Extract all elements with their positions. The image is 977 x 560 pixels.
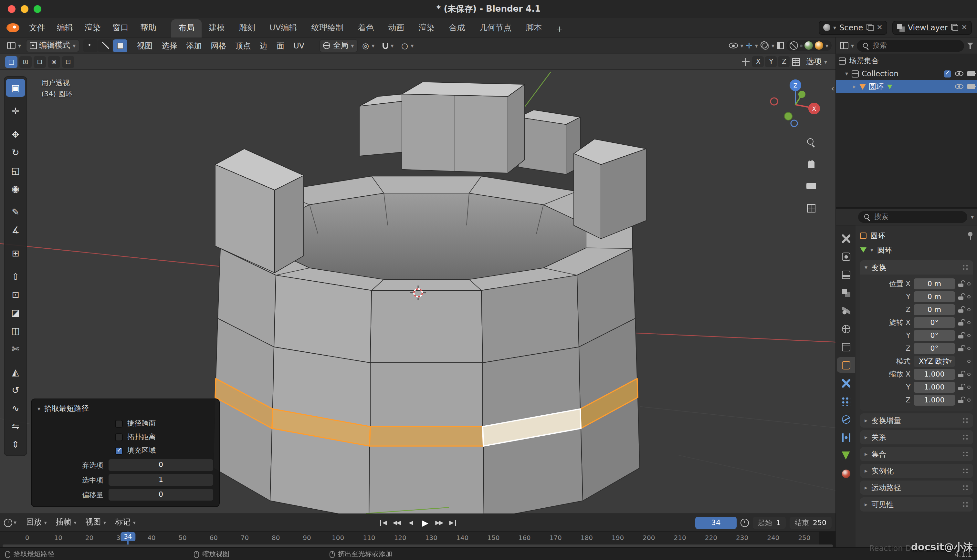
- keyframe-dot-icon[interactable]: [967, 308, 970, 311]
- world[interactable]: [837, 321, 855, 337]
- object-data-row[interactable]: ▾ 圆环: [860, 243, 973, 257]
- mirror-icon[interactable]: [742, 58, 750, 65]
- operator-panel-header[interactable]: ▾ 拾取最短路径: [37, 404, 213, 413]
- tool-loop-cut[interactable]: ◫: [6, 322, 25, 340]
- mode-dropdown[interactable]: 编辑模式 ▾: [25, 39, 80, 52]
- visibility-eye-icon[interactable]: [729, 43, 738, 48]
- timeline-menu[interactable]: 视图 ▾: [81, 515, 110, 530]
- collection[interactable]: [837, 339, 855, 355]
- lock-open-icon[interactable]: [958, 384, 964, 390]
- timeline-scrollbar[interactable]: [3, 545, 833, 547]
- scene-selector[interactable]: ▾ Scene ✕: [819, 20, 887, 35]
- timeline-editor-icon[interactable]: [4, 518, 12, 527]
- disclosure-icon[interactable]: ▾: [845, 70, 848, 77]
- tool-measure[interactable]: ∡: [6, 221, 25, 239]
- select-set-invert[interactable]: ⊠: [48, 56, 60, 67]
- snap-target-icon[interactable]: [792, 58, 800, 65]
- rendered-shading-button[interactable]: [815, 41, 824, 50]
- tool-inset-faces[interactable]: ⊡: [6, 285, 25, 303]
- lock-open-icon[interactable]: [958, 319, 964, 325]
- viewport-menu[interactable]: 边: [255, 39, 272, 52]
- keyframe-dot-icon[interactable]: [967, 360, 970, 363]
- output[interactable]: [837, 267, 855, 282]
- viewport-menu[interactable]: UV: [289, 39, 309, 52]
- collection-checkbox[interactable]: [944, 70, 951, 77]
- tool-scale[interactable]: ◱: [6, 162, 25, 180]
- workspace-tab[interactable]: 雕刻: [232, 19, 262, 37]
- jump-to-start[interactable]: ❙◀: [376, 516, 388, 529]
- properties-search-input[interactable]: 搜索: [858, 211, 968, 223]
- transform-section-header[interactable]: ▾ 变换: [860, 260, 973, 275]
- workspace-tab[interactable]: 着色: [350, 19, 381, 37]
- tool-poly-build[interactable]: ◭: [6, 363, 25, 381]
- tool-rotate[interactable]: ↻: [6, 143, 25, 162]
- frame-start-field[interactable]: 起始 1: [753, 517, 786, 529]
- transform-value-field[interactable]: 0 m: [914, 278, 955, 289]
- tool-select-box[interactable]: ▣: [6, 79, 25, 97]
- operator-checkbox[interactable]: 捷径跨面: [115, 418, 213, 428]
- close-viewlayer-icon[interactable]: ✕: [962, 23, 967, 32]
- snap-button[interactable]: ▾: [379, 39, 397, 52]
- gizmos-toggle-icon[interactable]: ✛: [746, 41, 752, 50]
- pan-button[interactable]: [803, 156, 819, 172]
- data-name-field[interactable]: 圆环: [877, 245, 892, 255]
- collapsed-section[interactable]: ▸ 变换增量: [860, 413, 973, 428]
- transform-value-field[interactable]: 0°: [914, 317, 955, 328]
- object[interactable]: [837, 357, 855, 373]
- overlays-toggle-icon[interactable]: [760, 41, 769, 50]
- transform-orientation-dropdown[interactable]: 全局 ▾: [319, 39, 358, 52]
- pin-icon[interactable]: [967, 232, 973, 240]
- workspace-tab[interactable]: 脚本: [519, 19, 549, 37]
- operator-checkbox[interactable]: 拓扑距离: [115, 432, 213, 442]
- keyframe-dot-icon[interactable]: [967, 347, 970, 350]
- viewport-menu[interactable]: 添加: [182, 39, 206, 52]
- disclosure-icon[interactable]: ▸: [853, 83, 856, 90]
- keyframe-dot-icon[interactable]: [967, 333, 970, 337]
- constraints[interactable]: [837, 430, 855, 445]
- viewport-menu[interactable]: 顶点: [231, 39, 255, 52]
- collapsed-section[interactable]: ▸ 关系: [860, 430, 973, 444]
- wireframe-shading-button[interactable]: [790, 41, 799, 50]
- lock-open-icon[interactable]: [958, 293, 964, 300]
- lock-open-icon[interactable]: [958, 332, 964, 338]
- menubar-menu[interactable]: 编辑: [51, 20, 79, 35]
- camera-view-button[interactable]: [803, 178, 819, 194]
- timeline-menu[interactable]: 标记 ▾: [110, 515, 140, 530]
- tool-extrude[interactable]: ⇧: [6, 267, 25, 285]
- copy-viewlayer-icon[interactable]: [951, 24, 958, 31]
- operator-value-field[interactable]: 0: [108, 459, 213, 471]
- viewlayer-selector[interactable]: ViewLayer ✕: [892, 20, 972, 35]
- timeline-menu[interactable]: 回放 ▾: [22, 515, 52, 530]
- workspace-tab[interactable]: 几何节点: [472, 19, 519, 37]
- physics[interactable]: [837, 412, 855, 427]
- prev-keyframe[interactable]: ◀◀: [390, 516, 403, 529]
- mirror-axis-button[interactable]: Z: [778, 56, 790, 67]
- solid-shading-button[interactable]: [800, 44, 803, 47]
- keyframe-dot-icon[interactable]: [967, 282, 970, 285]
- render-camera-icon[interactable]: [967, 71, 975, 76]
- operator-value-field[interactable]: 1: [108, 474, 213, 486]
- viewport-menu[interactable]: 网格: [206, 39, 231, 52]
- tool[interactable]: [837, 231, 855, 246]
- viewport-menu[interactable]: 面: [272, 39, 289, 52]
- viewlayer[interactable]: [837, 285, 855, 300]
- transform-value-field[interactable]: 0°: [914, 330, 955, 341]
- material[interactable]: [837, 466, 855, 481]
- play-reverse[interactable]: ◀: [404, 516, 417, 529]
- collapsed-section[interactable]: ▸ 集合: [860, 447, 973, 461]
- mirror-axis-button[interactable]: Y: [765, 56, 777, 67]
- lock-open-icon[interactable]: [958, 280, 964, 287]
- timeline-ruler[interactable]: 0102030405060708090100110120130140150160…: [0, 531, 835, 548]
- tool-knife[interactable]: ✄: [6, 340, 25, 358]
- face-select-mode[interactable]: [113, 39, 127, 52]
- collapsed-section[interactable]: ▸ 实例化: [860, 464, 973, 478]
- tool-add-cube[interactable]: ⊞: [6, 244, 25, 262]
- keyframe-dot-icon[interactable]: [967, 295, 970, 298]
- select-set-extend[interactable]: ⊞: [19, 56, 32, 67]
- outliner-row-collection[interactable]: ▾ Collection: [836, 67, 977, 80]
- menubar-menu[interactable]: 渲染: [79, 20, 107, 35]
- hide-eye-icon[interactable]: [955, 71, 964, 76]
- keyframe-dot-icon[interactable]: [967, 321, 970, 324]
- outliner-row-scene-collection[interactable]: 场景集合: [836, 54, 977, 67]
- jump-to-end[interactable]: ▶❙: [447, 516, 460, 529]
